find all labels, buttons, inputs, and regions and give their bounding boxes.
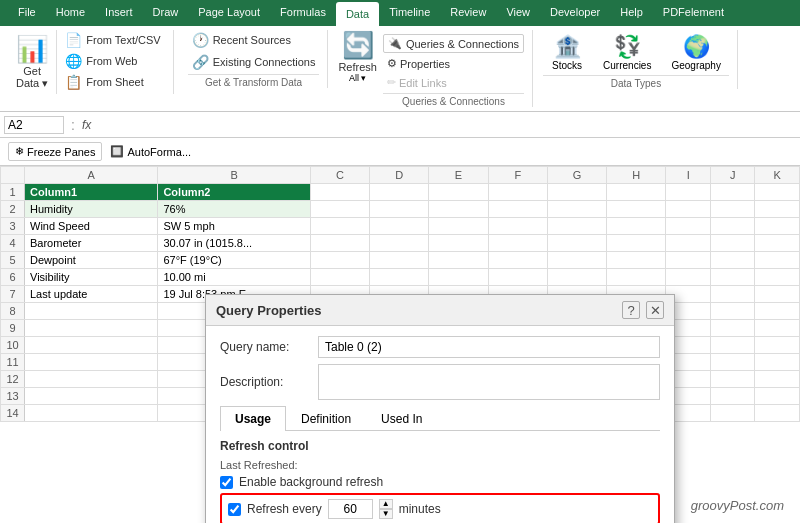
refresh-interval-input[interactable] [328, 499, 373, 519]
cell-6-2[interactable] [310, 269, 369, 286]
cell-3-2[interactable] [310, 218, 369, 235]
name-box-input[interactable] [4, 116, 64, 134]
cell-12-10[interactable] [755, 371, 800, 388]
ribbon-tab-file[interactable]: File [8, 0, 46, 26]
cell-3-8[interactable] [666, 218, 710, 235]
cell-2-5[interactable] [488, 201, 547, 218]
cell-4-2[interactable] [310, 235, 369, 252]
cell-5-7[interactable] [607, 252, 666, 269]
cell-1-3[interactable] [370, 184, 429, 201]
ribbon-tab-pdfelement[interactable]: PDFelement [653, 0, 734, 26]
cell-11-10[interactable] [755, 354, 800, 371]
tab-definition[interactable]: Definition [286, 406, 366, 431]
cell-13-10[interactable] [755, 388, 800, 405]
cell-4-3[interactable] [370, 235, 429, 252]
cell-8-9[interactable] [710, 303, 754, 320]
cell-3-7[interactable] [607, 218, 666, 235]
cell-5-1[interactable]: 67°F (19°C) [158, 252, 310, 269]
cell-7-0[interactable]: Last update [25, 286, 158, 303]
currencies-button[interactable]: 💱 Currencies [595, 30, 659, 75]
freeze-panes-button[interactable]: ❄ Freeze Panes [8, 142, 102, 161]
cell-1-4[interactable] [429, 184, 488, 201]
cell-2-8[interactable] [666, 201, 710, 218]
cell-1-9[interactable] [710, 184, 754, 201]
cell-6-4[interactable] [429, 269, 488, 286]
cell-6-10[interactable] [755, 269, 800, 286]
ribbon-tab-insert[interactable]: Insert [95, 0, 143, 26]
cell-2-1[interactable]: 76% [158, 201, 310, 218]
cell-14-10[interactable] [755, 405, 800, 422]
cell-3-1[interactable]: SW 5 mph [158, 218, 310, 235]
from-sheet-button[interactable]: 📋 From Sheet [61, 72, 164, 92]
ribbon-tab-formulas[interactable]: Formulas [270, 0, 336, 26]
properties-button[interactable]: ⚙ Properties [383, 55, 524, 72]
ribbon-tab-data[interactable]: Data [336, 2, 379, 26]
cell-9-10[interactable] [755, 320, 800, 337]
cell-14-9[interactable] [710, 405, 754, 422]
cell-10-9[interactable] [710, 337, 754, 354]
cell-6-0[interactable]: Visibility [25, 269, 158, 286]
cell-6-9[interactable] [710, 269, 754, 286]
cell-4-10[interactable] [755, 235, 800, 252]
cell-14-0[interactable] [25, 405, 158, 422]
cell-3-6[interactable] [547, 218, 606, 235]
ribbon-tab-draw[interactable]: Draw [143, 0, 189, 26]
ribbon-tab-view[interactable]: View [496, 0, 540, 26]
cell-12-0[interactable] [25, 371, 158, 388]
tab-used-in[interactable]: Used In [366, 406, 437, 431]
cell-13-9[interactable] [710, 388, 754, 405]
cell-13-0[interactable] [25, 388, 158, 405]
cell-1-10[interactable] [755, 184, 800, 201]
cell-1-1[interactable]: Column2 [158, 184, 310, 201]
cell-6-8[interactable] [666, 269, 710, 286]
cell-4-5[interactable] [488, 235, 547, 252]
cell-8-0[interactable] [25, 303, 158, 320]
cell-1-6[interactable] [547, 184, 606, 201]
cell-6-7[interactable] [607, 269, 666, 286]
autoformat-button[interactable]: 🔲 AutoForma... [110, 145, 191, 158]
cell-2-3[interactable] [370, 201, 429, 218]
ribbon-tab-review[interactable]: Review [440, 0, 496, 26]
ribbon-tab-page-layout[interactable]: Page Layout [188, 0, 270, 26]
formula-input[interactable] [95, 116, 796, 134]
cell-12-9[interactable] [710, 371, 754, 388]
cell-3-9[interactable] [710, 218, 754, 235]
ribbon-tab-home[interactable]: Home [46, 0, 95, 26]
cell-5-3[interactable] [370, 252, 429, 269]
edit-links-button[interactable]: ✏ Edit Links [383, 74, 524, 91]
cell-3-10[interactable] [755, 218, 800, 235]
cell-5-10[interactable] [755, 252, 800, 269]
cell-1-7[interactable] [607, 184, 666, 201]
cell-4-0[interactable]: Barometer [25, 235, 158, 252]
query-name-input[interactable] [318, 336, 660, 358]
refresh-all-button[interactable]: 🔄 Refresh All ▾ [338, 30, 377, 83]
cell-5-5[interactable] [488, 252, 547, 269]
cell-10-0[interactable] [25, 337, 158, 354]
refresh-every-checkbox[interactable] [228, 503, 241, 516]
cell-9-0[interactable] [25, 320, 158, 337]
help-button[interactable]: ? [622, 301, 640, 319]
tab-usage[interactable]: Usage [220, 406, 286, 431]
cell-4-9[interactable] [710, 235, 754, 252]
cell-9-9[interactable] [710, 320, 754, 337]
cell-4-6[interactable] [547, 235, 606, 252]
cell-5-0[interactable]: Dewpoint [25, 252, 158, 269]
cell-10-10[interactable] [755, 337, 800, 354]
cell-2-2[interactable] [310, 201, 369, 218]
cell-4-4[interactable] [429, 235, 488, 252]
cell-3-4[interactable] [429, 218, 488, 235]
close-button[interactable]: ✕ [646, 301, 664, 319]
cell-4-1[interactable]: 30.07 in (1015.8... [158, 235, 310, 252]
recent-sources-button[interactable]: 🕐 Recent Sources [188, 30, 320, 50]
existing-connections-button[interactable]: 🔗 Existing Connections [188, 52, 320, 72]
cell-5-2[interactable] [310, 252, 369, 269]
cell-7-10[interactable] [755, 286, 800, 303]
cell-2-0[interactable]: Humidity [25, 201, 158, 218]
cell-8-10[interactable] [755, 303, 800, 320]
decrement-button[interactable]: ▼ [379, 509, 393, 519]
queries-connections-button[interactable]: 🔌 Queries & Connections [383, 34, 524, 53]
increment-button[interactable]: ▲ [379, 499, 393, 509]
cell-4-7[interactable] [607, 235, 666, 252]
stocks-button[interactable]: 🏦 Stocks [543, 30, 591, 75]
cell-3-5[interactable] [488, 218, 547, 235]
